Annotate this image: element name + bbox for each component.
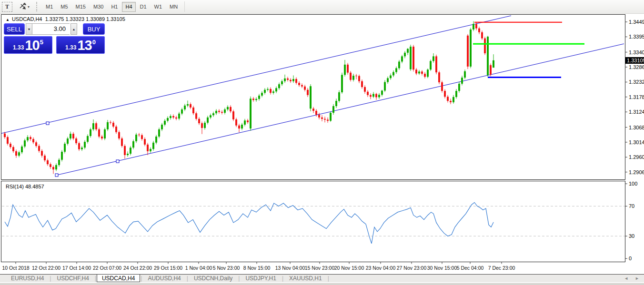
volume-decrease-button[interactable]: ▼	[26, 23, 32, 35]
timeframe-button-m15[interactable]: M15	[72, 2, 89, 12]
price-axis-label: 1.32860	[629, 64, 644, 70]
candle-body	[195, 113, 197, 119]
candle-body	[450, 101, 452, 102]
candle-body	[372, 94, 374, 97]
sell-button[interactable]: SELL	[4, 23, 25, 35]
time-axis-label: 15 Nov 23:00	[305, 265, 335, 271]
timeframe-button-m1[interactable]: M1	[42, 2, 56, 12]
rsi-axis-label: 30	[629, 233, 634, 239]
candle-body	[32, 139, 34, 142]
current-price-badge: 1.33105	[625, 57, 644, 64]
buy-price-big-digits: 13	[77, 39, 91, 52]
chart-tab-eurusd[interactable]: EURUSD,H4	[6, 275, 49, 282]
time-axis-label: 29 Oct 15:00	[154, 265, 182, 271]
candle-body	[461, 78, 463, 84]
candle-body	[424, 74, 426, 77]
candle-body	[227, 107, 229, 109]
candle-body	[124, 146, 126, 155]
buy-price-button[interactable]: 1.33 13 0	[56, 36, 105, 54]
chart-tab-audusd[interactable]: AUDUSD,H4	[142, 275, 186, 282]
candle-body	[484, 39, 486, 53]
toolbar-grip[interactable]	[36, 2, 40, 11]
candle-body	[4, 134, 6, 138]
chart-tabs: EURUSD,H4|USDCHF,H4|USDCAD,H4|AUDUSD,H4|…	[6, 275, 330, 282]
candle-body	[290, 80, 292, 81]
timeframe-button-h1[interactable]: H1	[108, 2, 121, 12]
volume-input[interactable]: 3.00	[32, 23, 70, 35]
timeframe-button-m30[interactable]: M30	[90, 2, 107, 12]
candle-body	[235, 119, 237, 126]
candle-body	[404, 53, 406, 57]
candle-body	[132, 141, 134, 147]
candle-body	[178, 114, 180, 118]
candle-body	[247, 120, 249, 122]
price-axis-label: 1.30145	[629, 139, 644, 145]
candle-body	[398, 61, 400, 68]
channel-handle[interactable]	[55, 174, 58, 177]
buy-button[interactable]: BUY	[83, 23, 105, 35]
cursor-tool-button[interactable]: ▾	[16, 2, 32, 12]
timeframe-button-d1[interactable]: D1	[137, 2, 150, 12]
chart-window: 1.344951.339551.334001.328601.323201.317…	[0, 14, 644, 274]
candle-body	[150, 149, 151, 151]
rsi-axis-label: 70	[629, 203, 634, 209]
price-axis-label: 1.34495	[629, 19, 644, 25]
candle-body	[98, 129, 100, 137]
chart-tab-usdcad[interactable]: USDCAD,H4	[97, 274, 140, 282]
candle-body	[58, 160, 60, 165]
candle-body	[292, 79, 294, 81]
chart-tab-usdjpy[interactable]: USDJPY,H1	[240, 275, 281, 282]
candle-body	[101, 137, 103, 138]
candle-body	[361, 81, 363, 87]
timeframe-button-m5[interactable]: M5	[57, 2, 71, 12]
candle-body	[64, 144, 66, 152]
candle-body	[181, 109, 183, 114]
one-click-trade-panel: SELL ▼ 3.00 ▲ BUY 1.33 10 5 1.33 13 0	[4, 23, 106, 54]
rsi-panel[interactable]	[1, 181, 625, 262]
candle-body	[261, 93, 263, 96]
text-tool-button[interactable]: T	[2, 2, 12, 12]
status-strip	[0, 283, 644, 285]
chevron-down-icon: ▾	[28, 5, 30, 9]
symbol-timeframe-label: USDCAD,H4	[12, 16, 42, 22]
candle-body	[464, 71, 466, 78]
sell-price-pipette: 5	[40, 39, 43, 46]
candle-body	[418, 71, 420, 73]
rsi-axis-label: 100	[629, 181, 637, 187]
candle-body	[375, 94, 377, 97]
chart-tab-usdchf[interactable]: USDCHF,H4	[51, 275, 94, 282]
candle-body	[427, 69, 429, 77]
candle-body	[230, 107, 231, 111]
chart-tab-xauusd[interactable]: XAUUSD,H1	[284, 275, 327, 282]
candle-body	[92, 123, 94, 129]
candle-body	[255, 99, 257, 100]
candle-body	[470, 29, 472, 67]
candle-body	[438, 72, 440, 82]
candle-body	[192, 108, 194, 113]
candle-body	[475, 24, 477, 28]
candle-body	[395, 68, 397, 72]
candle-body	[38, 146, 40, 151]
tabs-scroll-left-icon[interactable]: ◄	[624, 276, 628, 281]
timeframe-button-mn[interactable]: MN	[166, 2, 181, 12]
candle-body	[212, 113, 214, 115]
collapse-arrow-icon[interactable]: ▲	[6, 18, 10, 22]
buy-price-pipette: 0	[92, 39, 96, 46]
sell-price-button[interactable]: 1.33 10 5	[4, 36, 52, 54]
channel-handle[interactable]	[116, 160, 119, 163]
volume-increase-button[interactable]: ▲	[70, 23, 77, 35]
candle-body	[455, 91, 457, 97]
buy-price-prefix: 1.33	[65, 44, 76, 51]
tabs-scroll-right-icon[interactable]: ►	[635, 276, 639, 281]
toolbar-separator	[184, 1, 185, 12]
channel-handle[interactable]	[46, 122, 49, 125]
timeframe-button-h4[interactable]: H4	[122, 2, 135, 12]
candle-body	[258, 96, 260, 99]
time-axis-label: 23 Nov 04:00	[366, 265, 396, 271]
timeframe-button-w1[interactable]: W1	[151, 2, 166, 12]
candle-body	[381, 90, 383, 95]
chart-tab-usdcnh[interactable]: USDCNH,Daily	[189, 275, 238, 282]
price-axis-label: 1.31240	[629, 109, 644, 115]
candle-body	[244, 120, 246, 125]
candle-body	[384, 82, 386, 90]
